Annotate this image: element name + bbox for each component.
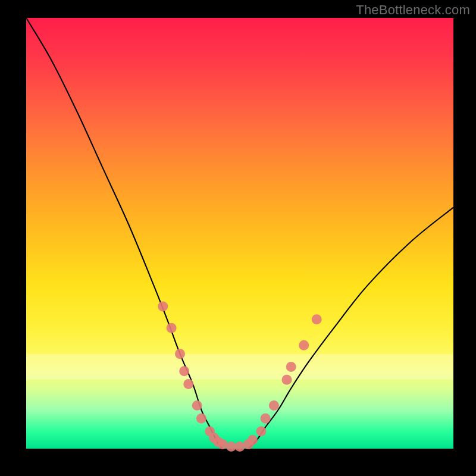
plot-area [26, 18, 453, 449]
marker-dot [248, 435, 258, 445]
right-curve [248, 208, 453, 449]
marker-dot [235, 441, 245, 452]
marker-dot [299, 340, 309, 350]
watermark-text: TheBottleneck.com [356, 2, 470, 18]
marker-dot [192, 400, 202, 411]
marker-dot [256, 427, 266, 437]
marker-dot [269, 400, 279, 411]
marker-dot [158, 302, 168, 312]
marker-group [158, 302, 321, 452]
marker-dot [312, 314, 322, 324]
marker-dot [196, 414, 206, 424]
marker-dot [286, 362, 296, 372]
marker-dot [218, 439, 228, 449]
marker-dot [261, 414, 271, 424]
curve-layer [26, 18, 453, 449]
marker-dot [183, 379, 193, 389]
marker-dot [175, 349, 185, 359]
marker-dot [167, 323, 177, 333]
chart-frame: TheBottleneck.com [0, 0, 476, 476]
marker-dot [179, 366, 189, 376]
marker-dot [282, 375, 292, 385]
